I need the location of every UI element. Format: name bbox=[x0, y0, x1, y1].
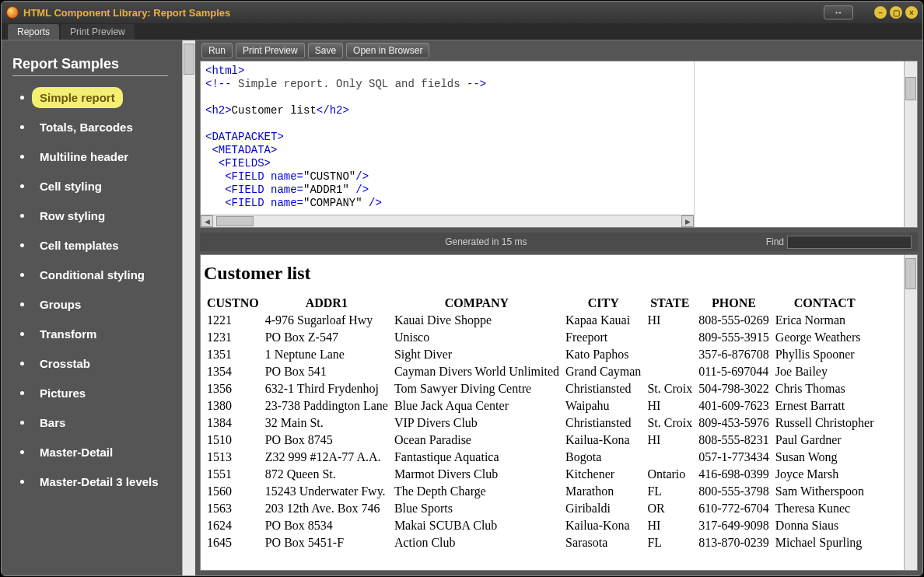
table-cell: 1551 bbox=[204, 466, 262, 483]
sidebar-item-label: Simple report bbox=[32, 87, 123, 108]
table-row: 156015243 Underwater Fwy.The Depth Charg… bbox=[204, 483, 877, 500]
sidebar-item[interactable]: Conditional styling bbox=[12, 264, 174, 285]
bullet-icon bbox=[20, 302, 24, 306]
table-cell: 416-698-0399 bbox=[695, 466, 772, 483]
table-cell: Ernest Barratt bbox=[772, 397, 877, 414]
table-row: 138432 Main St.VIP Divers ClubChristians… bbox=[204, 414, 877, 432]
table-cell: 317-649-9098 bbox=[695, 517, 772, 534]
column-header: CUSTNO bbox=[204, 295, 262, 312]
table-cell: Joyce Marsh bbox=[772, 466, 877, 483]
code-vscrollbar[interactable] bbox=[904, 61, 917, 227]
tab-reports[interactable]: Reports bbox=[8, 24, 59, 40]
table-row: 1356632-1 Third FrydenhojTom Sawyer Divi… bbox=[204, 380, 877, 397]
table-row: 1231PO Box Z-547UniscoFreeport809-555-39… bbox=[204, 329, 877, 346]
sidebar-item[interactable]: Cell templates bbox=[12, 235, 174, 256]
table-cell: 1513 bbox=[204, 449, 262, 466]
scrollbar-thumb[interactable] bbox=[905, 77, 916, 100]
find-input[interactable] bbox=[787, 236, 912, 249]
content-area: Report Samples Simple reportTotals, Barc… bbox=[2, 40, 922, 575]
scroll-right-icon[interactable]: ▶ bbox=[681, 215, 694, 227]
print-preview-button[interactable]: Print Preview bbox=[236, 43, 305, 58]
sidebar-scrollbar[interactable] bbox=[182, 40, 195, 575]
table-cell bbox=[644, 329, 695, 346]
table-cell: 800-555-3798 bbox=[695, 483, 772, 500]
sidebar-item-label: Totals, Barcodes bbox=[32, 117, 141, 138]
code-hscrollbar[interactable]: ◀ ▶ bbox=[201, 215, 694, 227]
table-cell: 23-738 Paddington Lane bbox=[262, 397, 391, 414]
table-cell: 872 Queen St. bbox=[262, 466, 391, 483]
sidebar-item[interactable]: Transform bbox=[12, 323, 174, 344]
sidebar-item[interactable]: Multiline header bbox=[12, 146, 174, 167]
preview-content[interactable]: Customer list CUSTNOADDR1COMPANYCITYSTAT… bbox=[201, 255, 904, 570]
sidebar-item[interactable]: Master-Detail bbox=[12, 442, 174, 463]
table-row: 1624PO Box 8534Makai SCUBA ClubKailua-Ko… bbox=[204, 517, 877, 534]
find-label: Find bbox=[766, 236, 784, 247]
code-text[interactable]: <html> <!-- Simple report. Only SQL and … bbox=[201, 61, 694, 215]
table-cell: Phyllis Spooner bbox=[772, 346, 877, 363]
sidebar-item[interactable]: Cell styling bbox=[12, 176, 174, 197]
table-cell: Christiansted bbox=[562, 380, 644, 397]
bullet-icon bbox=[20, 214, 24, 218]
window-title: HTML Component Library: Report Samples bbox=[23, 7, 230, 19]
sidebar-item[interactable]: Row styling bbox=[12, 205, 174, 226]
scroll-left-icon[interactable]: ◀ bbox=[201, 215, 213, 227]
table-cell: 1563 bbox=[204, 500, 262, 517]
table-cell: Donna Siaus bbox=[772, 517, 877, 534]
table-cell: 1231 bbox=[204, 329, 262, 346]
bullet-icon bbox=[20, 273, 24, 277]
table-cell: Z32 999 #12A-77 A.A. bbox=[262, 449, 391, 466]
table-cell: Blue Jack Aqua Center bbox=[391, 397, 562, 414]
table-cell: 1380 bbox=[204, 397, 262, 414]
save-button[interactable]: Save bbox=[308, 43, 343, 58]
table-cell: 809-453-5976 bbox=[695, 414, 772, 432]
expand-button[interactable]: ↔ bbox=[824, 5, 853, 19]
minimize-icon[interactable]: – bbox=[874, 6, 887, 19]
table-cell: VIP Divers Club bbox=[391, 414, 562, 432]
table-cell: The Depth Charge bbox=[391, 483, 562, 500]
sidebar-item-label: Conditional styling bbox=[32, 264, 152, 285]
table-cell: Ontario bbox=[644, 466, 695, 483]
sidebar-item[interactable]: Bars bbox=[12, 412, 174, 433]
open-browser-button[interactable]: Open in Browser bbox=[346, 43, 429, 58]
column-header: COMPANY bbox=[391, 295, 562, 312]
table-cell: 632-1 Third Frydenhoj bbox=[262, 380, 391, 397]
table-cell: 504-798-3022 bbox=[695, 380, 772, 397]
scrollbar-thumb[interactable] bbox=[905, 258, 916, 289]
table-cell: HI bbox=[644, 397, 695, 414]
sidebar-item[interactable]: Pictures bbox=[12, 383, 174, 404]
sidebar: Report Samples Simple reportTotals, Barc… bbox=[2, 40, 182, 575]
titlebar[interactable]: HTML Component Library: Report Samples ↔… bbox=[2, 2, 922, 23]
bullet-icon bbox=[20, 243, 24, 247]
sidebar-item[interactable]: Crosstab bbox=[12, 353, 174, 374]
table-cell bbox=[644, 346, 695, 363]
run-button[interactable]: Run bbox=[201, 43, 233, 58]
app-window: HTML Component Library: Report Samples ↔… bbox=[1, 1, 923, 576]
table-cell: Freeport bbox=[562, 329, 644, 346]
bullet-icon bbox=[20, 421, 24, 425]
code-editor[interactable]: <html> <!-- Simple report. Only SQL and … bbox=[200, 61, 918, 228]
sidebar-item-label: Row styling bbox=[32, 205, 113, 226]
toolbar: Run Print Preview Save Open in Browser bbox=[195, 40, 922, 61]
column-header: CITY bbox=[562, 295, 644, 312]
table-cell: Cayman Divers World Unlimited bbox=[391, 363, 562, 380]
close-icon[interactable]: × bbox=[905, 6, 918, 19]
sidebar-item[interactable]: Totals, Barcodes bbox=[12, 117, 174, 138]
status-bar: Generated in 15 ms Find bbox=[200, 233, 918, 251]
maximize-icon[interactable]: ▢ bbox=[890, 6, 902, 19]
sidebar-item[interactable]: Simple report bbox=[12, 87, 174, 108]
preview-scrollbar[interactable] bbox=[904, 255, 917, 570]
scrollbar-thumb[interactable] bbox=[184, 44, 194, 75]
sidebar-item[interactable]: Groups bbox=[12, 294, 174, 315]
table-cell: 1624 bbox=[204, 517, 262, 534]
table-cell: Unisco bbox=[391, 329, 562, 346]
table-cell: Chris Thomas bbox=[772, 380, 877, 397]
table-cell: Marmot Divers Club bbox=[391, 466, 562, 483]
tab-print-preview[interactable]: Print Preview bbox=[61, 24, 135, 40]
sidebar-item[interactable]: Master-Detail 3 levels bbox=[12, 471, 174, 492]
table-cell: HI bbox=[644, 312, 695, 329]
table-cell: FL bbox=[644, 483, 695, 500]
scrollbar-thumb[interactable] bbox=[216, 216, 254, 226]
table-cell: Action Club bbox=[391, 534, 562, 551]
bullet-icon bbox=[20, 184, 24, 188]
table-cell: 1384 bbox=[204, 414, 262, 432]
